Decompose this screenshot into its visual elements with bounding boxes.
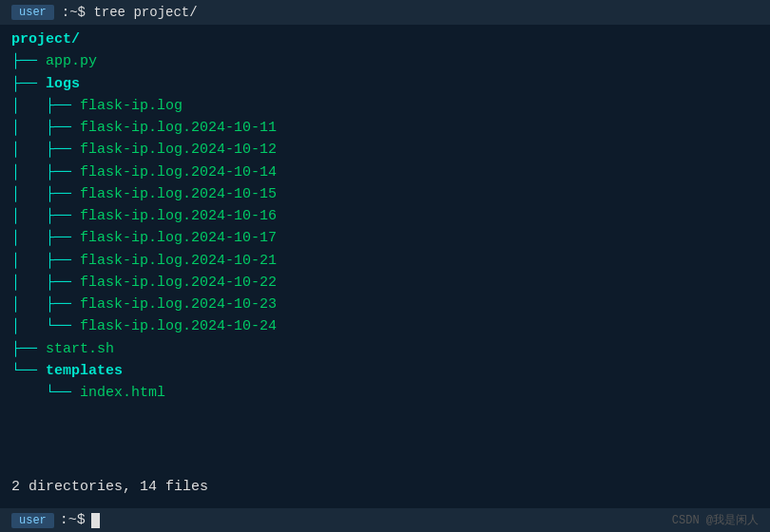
list-item: │ ├── flask-ip.log.2024-10-16 (11, 205, 759, 227)
title-prompt: :~$ tree project/ (62, 5, 198, 20)
list-item: │ ├── flask-ip.log.2024-10-22 (11, 272, 759, 294)
list-item: │ ├── flask-ip.log.2024-10-15 (11, 183, 759, 205)
terminal-window: user :~$ tree project/ project/ ├── app.… (0, 0, 770, 532)
summary-text: 2 directories, 14 files (11, 476, 759, 498)
tree-root-line: project/ (11, 28, 759, 50)
summary-line (11, 409, 759, 476)
bottom-prompt: user :~$ (11, 512, 100, 528)
list-item: ├── logs (11, 73, 759, 95)
list-item: │ └── flask-ip.log.2024-10-24 (11, 315, 759, 337)
title-bar: user :~$ tree project/ (0, 0, 770, 25)
list-item: │ ├── flask-ip.log.2024-10-14 (11, 162, 759, 183)
watermark: CSDN @我是闲人 (672, 512, 759, 528)
list-item: ├── start.sh (11, 338, 759, 360)
bottom-prompt-text: :~$ (60, 512, 86, 528)
list-item: │ ├── flask-ip.log.2024-10-21 (11, 250, 759, 272)
cursor (91, 513, 100, 528)
list-item: │ ├── flask-ip.log (11, 95, 759, 117)
list-item: └── index.html (11, 382, 759, 404)
list-item: │ ├── flask-ip.log.2024-10-12 (11, 139, 759, 161)
list-item: ├── app.py (11, 50, 759, 72)
list-item: │ ├── flask-ip.log.2024-10-23 (11, 294, 759, 315)
bottom-bar: user :~$ CSDN @我是闲人 (0, 508, 770, 532)
tree-root: project/ (11, 28, 80, 50)
title-avatar: user (11, 5, 54, 20)
list-item: └── templates (11, 360, 759, 382)
bottom-avatar: user (11, 513, 54, 528)
terminal-content: project/ ├── app.py ├── logs │ ├── flask… (0, 25, 770, 505)
list-item: │ ├── flask-ip.log.2024-10-17 (11, 227, 759, 249)
list-item: │ ├── flask-ip.log.2024-10-11 (11, 117, 759, 139)
